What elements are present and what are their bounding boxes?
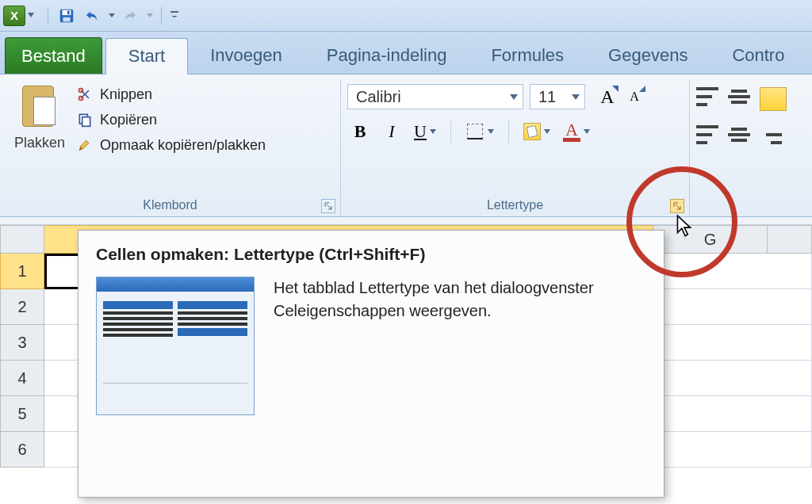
svg-rect-3 [67, 10, 70, 14]
svg-rect-1 [63, 10, 71, 14]
fill-color-button[interactable] [520, 117, 553, 146]
row-header-2[interactable]: 2 [0, 289, 44, 325]
italic-button[interactable]: I [379, 117, 404, 146]
highlight-indicator [760, 87, 787, 111]
select-all-corner[interactable] [0, 225, 44, 254]
group-clipboard: Plakken Knippen Kopiëren [0, 79, 341, 216]
tab-file[interactable]: Bestand [5, 37, 102, 74]
chevron-down-icon[interactable] [109, 13, 115, 17]
align-left-button[interactable] [696, 125, 718, 144]
group-label-font: Lettertype [347, 196, 683, 216]
borders-icon [465, 122, 485, 141]
font-size-combo[interactable]: 11 [530, 84, 585, 109]
shrink-font-button[interactable]: A [622, 84, 647, 109]
tooltip-title: Cellen opmaken: Lettertype (Ctrl+Shift+F… [96, 245, 646, 264]
chevron-down-icon [544, 129, 550, 134]
chevron-down-icon [510, 94, 518, 100]
row-header-4[interactable]: 4 [0, 361, 44, 396]
customize-qat-button[interactable] [171, 16, 178, 17]
tab-gegevens[interactable]: Gegevens [586, 37, 710, 74]
redo-icon [121, 9, 139, 23]
chevron-down-icon[interactable] [147, 13, 153, 17]
chevron-down-icon [584, 129, 590, 134]
row-header-6[interactable]: 6 [0, 432, 44, 468]
svg-rect-2 [63, 17, 70, 21]
fill-color-icon [523, 123, 541, 140]
bold-button[interactable]: B [347, 117, 373, 146]
font-name-combo[interactable]: Calibri [347, 84, 523, 109]
align-top-button[interactable] [696, 87, 718, 106]
paste-icon [21, 84, 59, 130]
tooltip-thumbnail [96, 277, 255, 415]
row-header-1[interactable]: 1 [0, 254, 44, 289]
clipboard-dialog-launcher[interactable] [321, 199, 335, 213]
cut-label: Knippen [100, 86, 152, 103]
tooltip-description: Het tabblad Lettertype van het dialoogve… [274, 277, 646, 415]
font-color-icon: A [563, 122, 580, 142]
column-header-next[interactable] [768, 225, 812, 254]
undo-icon [83, 9, 101, 23]
app-menu-button[interactable]: X [3, 6, 25, 26]
undo-button[interactable] [82, 6, 102, 26]
tab-start[interactable]: Start [105, 38, 188, 74]
dialog-launcher-icon [324, 202, 332, 210]
quick-access-toolbar: X [0, 0, 812, 32]
chevron-down-icon [430, 129, 436, 134]
underline-icon: U [414, 121, 427, 142]
chevron-down-icon [572, 94, 580, 100]
column-header-g[interactable]: G [653, 225, 768, 254]
save-icon [58, 7, 75, 25]
shrink-font-icon: A [630, 90, 639, 104]
grow-font-button[interactable]: A [595, 84, 620, 109]
tab-controleren[interactable]: Contro [710, 37, 806, 74]
font-name-value: Calibri [356, 88, 401, 106]
svg-rect-7 [82, 117, 90, 127]
format-painter-label: Opmaak kopiëren/plakken [100, 137, 266, 154]
separator [161, 7, 162, 25]
cut-button[interactable]: Knippen [76, 86, 266, 103]
tab-invoegen[interactable]: Invoegen [188, 37, 304, 74]
borders-button[interactable] [462, 117, 497, 146]
tooltip-font-dialog: Cellen opmaken: Lettertype (Ctrl+Shift+F… [78, 230, 665, 498]
group-font: Calibri 11 A A [341, 79, 690, 216]
ribbon-tabs: Bestand Start Invoegen Pagina-indeling F… [0, 32, 812, 74]
group-label-clipboard: Klembord [6, 196, 334, 216]
excel-icon: X [10, 9, 18, 22]
font-dialog-launcher[interactable] [670, 199, 684, 213]
separator [48, 7, 48, 25]
row-header-5[interactable]: 5 [0, 396, 44, 432]
group-alignment [690, 79, 812, 216]
copy-button[interactable]: Kopiëren [76, 111, 266, 128]
chevron-down-icon [28, 13, 34, 17]
paintbrush-icon [76, 136, 94, 154]
row-headers: 1 2 3 4 5 6 [0, 254, 44, 468]
align-center-button[interactable] [728, 125, 750, 144]
save-button[interactable] [56, 6, 77, 26]
font-color-button[interactable]: A [560, 117, 593, 146]
tab-pagina-indeling[interactable]: Pagina-indeling [304, 37, 469, 74]
tab-formules[interactable]: Formules [469, 37, 586, 74]
scissors-icon [76, 86, 94, 103]
row-header-3[interactable]: 3 [0, 325, 44, 361]
redo-button[interactable] [120, 6, 140, 26]
copy-icon [76, 111, 94, 128]
paste-label: Plakken [14, 135, 65, 151]
copy-label: Kopiëren [100, 112, 157, 128]
align-middle-button[interactable] [728, 87, 750, 106]
formula-bar-area [0, 217, 812, 225]
chevron-down-icon [488, 129, 494, 134]
ribbon: Plakken Knippen Kopiëren [0, 74, 812, 217]
paste-button[interactable]: Plakken [6, 81, 73, 196]
font-size-value: 11 [538, 88, 556, 106]
format-painter-button[interactable]: Opmaak kopiëren/plakken [76, 136, 266, 154]
dialog-launcher-icon [673, 202, 681, 210]
align-right-button[interactable] [760, 125, 782, 144]
underline-button[interactable]: U [411, 117, 439, 146]
